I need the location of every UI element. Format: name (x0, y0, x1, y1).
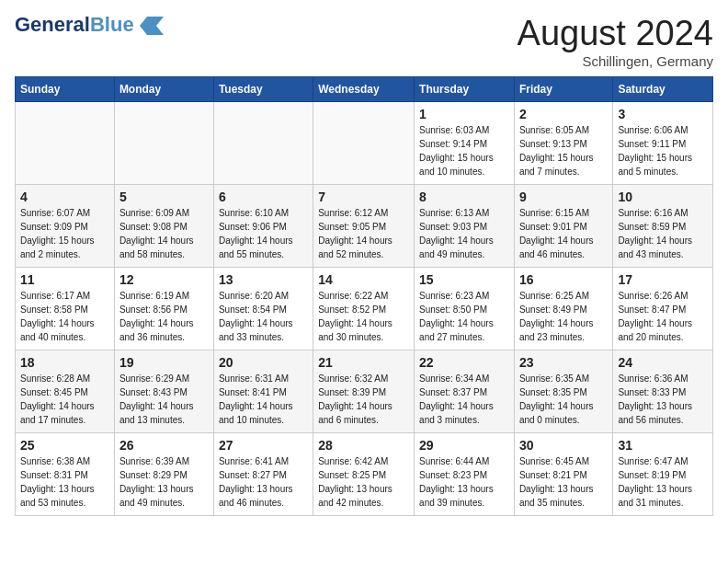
table-row: 27 Sunrise: 6:41 AMSunset: 8:27 PMDaylig… (213, 432, 313, 515)
col-saturday: Saturday (613, 76, 713, 101)
day-info: Sunrise: 6:28 AMSunset: 8:45 PMDaylight:… (20, 373, 95, 425)
day-info: Sunrise: 6:47 AMSunset: 8:19 PMDaylight:… (618, 456, 692, 508)
day-info: Sunrise: 6:36 AMSunset: 8:33 PMDaylight:… (618, 373, 692, 425)
table-row: 14 Sunrise: 6:22 AMSunset: 8:52 PMDaylig… (313, 267, 415, 350)
day-info: Sunrise: 6:22 AMSunset: 8:52 PMDaylight:… (318, 291, 392, 342)
day-number: 18 (20, 355, 109, 370)
day-number: 4 (20, 190, 109, 204)
day-info: Sunrise: 6:29 AMSunset: 8:43 PMDaylight:… (119, 373, 194, 425)
table-row: 9 Sunrise: 6:15 AMSunset: 9:01 PMDayligh… (514, 184, 612, 267)
day-number: 14 (318, 272, 409, 287)
day-info: Sunrise: 6:13 AMSunset: 9:03 PMDaylight:… (419, 208, 494, 259)
day-info: Sunrise: 6:03 AMSunset: 9:14 PMDaylight:… (419, 125, 494, 177)
table-row: 12 Sunrise: 6:19 AMSunset: 8:56 PMDaylig… (114, 267, 213, 350)
calendar-week-row: 4 Sunrise: 6:07 AMSunset: 9:09 PMDayligh… (16, 184, 713, 267)
day-number: 13 (219, 272, 308, 287)
day-info: Sunrise: 6:05 AMSunset: 9:13 PMDaylight:… (519, 125, 594, 177)
table-row: 10 Sunrise: 6:16 AMSunset: 8:59 PMDaylig… (613, 184, 713, 267)
day-info: Sunrise: 6:32 AMSunset: 8:39 PMDaylight:… (318, 373, 392, 425)
day-info: Sunrise: 6:16 AMSunset: 8:59 PMDaylight:… (618, 208, 692, 259)
col-monday: Monday (114, 76, 213, 101)
day-info: Sunrise: 6:10 AMSunset: 9:06 PMDaylight:… (219, 208, 293, 259)
calendar-week-row: 11 Sunrise: 6:17 AMSunset: 8:58 PMDaylig… (16, 267, 713, 350)
table-row: 20 Sunrise: 6:31 AMSunset: 8:41 PMDaylig… (213, 350, 313, 432)
table-row (313, 101, 415, 184)
day-number: 2 (519, 107, 608, 121)
day-info: Sunrise: 6:31 AMSunset: 8:41 PMDaylight:… (219, 373, 293, 425)
day-info: Sunrise: 6:25 AMSunset: 8:49 PMDaylight:… (519, 291, 594, 342)
day-info: Sunrise: 6:09 AMSunset: 9:08 PMDaylight:… (119, 208, 194, 259)
day-number: 11 (20, 272, 109, 287)
table-row: 24 Sunrise: 6:36 AMSunset: 8:33 PMDaylig… (613, 350, 713, 432)
day-number: 7 (318, 190, 409, 204)
day-number: 28 (318, 438, 409, 453)
day-number: 26 (119, 438, 209, 453)
header-row: Sunday Monday Tuesday Wednesday Thursday… (16, 76, 713, 101)
day-number: 5 (119, 190, 209, 204)
day-number: 22 (419, 355, 509, 370)
day-number: 17 (618, 272, 708, 287)
table-row: 23 Sunrise: 6:35 AMSunset: 8:35 PMDaylig… (514, 350, 612, 432)
day-info: Sunrise: 6:23 AMSunset: 8:50 PMDaylight:… (419, 291, 494, 342)
location-text: Schillingen, Germany (518, 53, 713, 69)
table-row: 5 Sunrise: 6:09 AMSunset: 9:08 PMDayligh… (114, 184, 213, 267)
table-row: 29 Sunrise: 6:44 AMSunset: 8:23 PMDaylig… (415, 432, 515, 515)
day-info: Sunrise: 6:38 AMSunset: 8:31 PMDaylight:… (20, 456, 95, 508)
table-row: 30 Sunrise: 6:45 AMSunset: 8:21 PMDaylig… (514, 432, 612, 515)
day-info: Sunrise: 6:35 AMSunset: 8:35 PMDaylight:… (519, 373, 594, 425)
day-number: 20 (219, 355, 308, 370)
day-info: Sunrise: 6:20 AMSunset: 8:54 PMDaylight:… (219, 291, 293, 342)
day-number: 21 (318, 355, 409, 370)
table-row: 28 Sunrise: 6:42 AMSunset: 8:25 PMDaylig… (313, 432, 415, 515)
day-info: Sunrise: 6:26 AMSunset: 8:47 PMDaylight:… (618, 291, 692, 342)
day-info: Sunrise: 6:12 AMSunset: 9:05 PMDaylight:… (318, 208, 392, 259)
calendar-week-row: 25 Sunrise: 6:38 AMSunset: 8:31 PMDaylig… (16, 432, 713, 515)
calendar-week-row: 18 Sunrise: 6:28 AMSunset: 8:45 PMDaylig… (16, 350, 713, 432)
logo-text: GeneralBlue (15, 15, 134, 35)
day-info: Sunrise: 6:45 AMSunset: 8:21 PMDaylight:… (519, 456, 594, 508)
day-info: Sunrise: 6:15 AMSunset: 9:01 PMDaylight:… (519, 208, 594, 259)
day-number: 30 (519, 438, 608, 453)
col-tuesday: Tuesday (213, 76, 313, 101)
table-row (213, 101, 313, 184)
col-sunday: Sunday (16, 76, 115, 101)
table-row: 4 Sunrise: 6:07 AMSunset: 9:09 PMDayligh… (16, 184, 115, 267)
day-info: Sunrise: 6:39 AMSunset: 8:29 PMDaylight:… (119, 456, 194, 508)
page-header: GeneralBlue August 2024 Schillingen, Ger… (15, 15, 713, 69)
table-row: 11 Sunrise: 6:17 AMSunset: 8:58 PMDaylig… (16, 267, 115, 350)
calendar-table: Sunday Monday Tuesday Wednesday Thursday… (15, 76, 713, 516)
table-row: 31 Sunrise: 6:47 AMSunset: 8:19 PMDaylig… (613, 432, 713, 515)
logo-icon (138, 15, 164, 35)
day-number: 23 (519, 355, 608, 370)
day-number: 24 (618, 355, 708, 370)
table-row: 22 Sunrise: 6:34 AMSunset: 8:37 PMDaylig… (415, 350, 515, 432)
day-number: 3 (618, 107, 708, 121)
day-number: 6 (219, 190, 308, 204)
table-row: 7 Sunrise: 6:12 AMSunset: 9:05 PMDayligh… (313, 184, 415, 267)
day-info: Sunrise: 6:07 AMSunset: 9:09 PMDaylight:… (20, 208, 95, 259)
table-row (16, 101, 115, 184)
day-info: Sunrise: 6:06 AMSunset: 9:11 PMDaylight:… (618, 125, 692, 177)
svg-marker-0 (140, 17, 164, 35)
day-info: Sunrise: 6:44 AMSunset: 8:23 PMDaylight:… (419, 456, 494, 508)
day-number: 1 (419, 107, 509, 121)
day-number: 25 (20, 438, 109, 453)
day-number: 9 (519, 190, 608, 204)
calendar-week-row: 1 Sunrise: 6:03 AMSunset: 9:14 PMDayligh… (16, 101, 713, 184)
day-info: Sunrise: 6:17 AMSunset: 8:58 PMDaylight:… (20, 291, 95, 342)
day-number: 27 (219, 438, 308, 453)
day-number: 10 (618, 190, 708, 204)
table-row: 15 Sunrise: 6:23 AMSunset: 8:50 PMDaylig… (415, 267, 515, 350)
table-row: 13 Sunrise: 6:20 AMSunset: 8:54 PMDaylig… (213, 267, 313, 350)
day-number: 16 (519, 272, 608, 287)
table-row: 25 Sunrise: 6:38 AMSunset: 8:31 PMDaylig… (16, 432, 115, 515)
title-block: August 2024 Schillingen, Germany (518, 15, 713, 69)
day-info: Sunrise: 6:34 AMSunset: 8:37 PMDaylight:… (419, 373, 494, 425)
day-info: Sunrise: 6:41 AMSunset: 8:27 PMDaylight:… (219, 456, 293, 508)
day-info: Sunrise: 6:19 AMSunset: 8:56 PMDaylight:… (119, 291, 194, 342)
table-row: 8 Sunrise: 6:13 AMSunset: 9:03 PMDayligh… (415, 184, 515, 267)
table-row (114, 101, 213, 184)
table-row: 19 Sunrise: 6:29 AMSunset: 8:43 PMDaylig… (114, 350, 213, 432)
table-row: 3 Sunrise: 6:06 AMSunset: 9:11 PMDayligh… (613, 101, 713, 184)
logo: GeneralBlue (15, 15, 164, 35)
